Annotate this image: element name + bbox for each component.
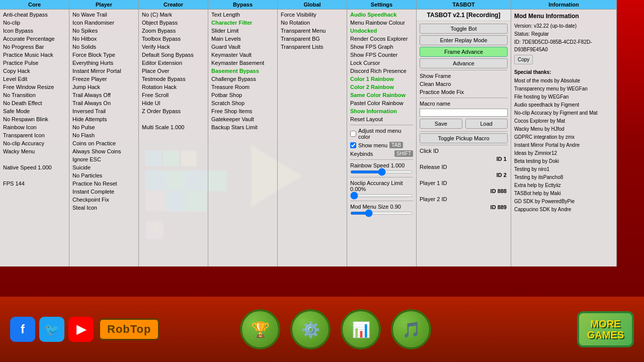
core-item-noclip[interactable]: No-clip — [0, 19, 69, 27]
twitter-button[interactable]: 🐦 — [39, 317, 64, 342]
core-item-copyhack[interactable]: Copy Hack — [0, 67, 69, 75]
settings-rainbowspeed-slider[interactable] — [350, 170, 413, 173]
creator-multiscale[interactable]: Multi Scale 1.000 — [139, 123, 208, 131]
tasbot-save[interactable]: Save — [420, 119, 462, 129]
creator-placeover[interactable]: Place Over — [139, 67, 208, 75]
global-transparentbg[interactable]: Transparent BG — [278, 35, 347, 43]
bypass-keymasterbasement[interactable]: Keymaster Basement — [208, 59, 277, 67]
player-trailoff[interactable]: Trail Always Off — [69, 91, 138, 99]
player-everythinghurts[interactable]: Everything Hurts — [69, 59, 138, 67]
tasbot-togglebot[interactable]: Toggle Bot — [420, 24, 508, 34]
core-item-practicepulse[interactable]: Practice Pulse — [0, 59, 69, 67]
player-nospikes[interactable]: No Spikes — [69, 27, 138, 35]
settings-undocked[interactable]: Undocked — [347, 27, 416, 35]
settings-rendercocos[interactable]: Render Cocos Explorer — [347, 35, 416, 43]
global-transparentlists[interactable]: Transparent Lists — [278, 43, 347, 51]
player-alwayscoins[interactable]: Always Show Coins — [69, 147, 138, 155]
player-coinspractice[interactable]: Coins on Practice — [69, 139, 138, 147]
core-item-safemode[interactable]: Safe Mode — [0, 107, 69, 115]
core-item-norespawn[interactable]: No Respawn Blink — [0, 115, 69, 123]
settings-showinfo[interactable]: Show Information — [347, 107, 416, 115]
bypass-backupstars[interactable]: Backup Stars Limit — [208, 123, 277, 131]
core-item-practicemusic[interactable]: Practice Music Hack — [0, 51, 69, 59]
core-item-wackymenu[interactable]: Wacky Menu — [0, 147, 69, 155]
facebook-button[interactable]: f — [10, 317, 35, 342]
creator-zorderbypass[interactable]: Z Order Bypass — [139, 107, 208, 115]
creator-freescroll[interactable]: Free Scroll — [139, 91, 208, 99]
settings-pastelcolor[interactable]: Pastel Color Rainbow — [347, 99, 416, 107]
core-item-nodeath[interactable]: No Death Effect — [0, 99, 69, 107]
settings-showmenu-cb[interactable] — [350, 142, 356, 148]
tasbot-practicemodefix[interactable]: Practice Mode Fix — [417, 88, 511, 96]
creator-hideui[interactable]: Hide UI — [139, 99, 208, 107]
tasbot-advance[interactable]: Advance — [420, 58, 508, 68]
settings-resetlayout[interactable]: Reset Layout — [347, 115, 416, 123]
settings-noclipaccuracy-slider[interactable] — [350, 194, 413, 197]
player-jumphack[interactable]: Jump Hack — [69, 83, 138, 91]
creator-rotationhack[interactable]: Rotation Hack — [139, 83, 208, 91]
player-checkpointfix[interactable]: Checkpoint Fix — [69, 196, 138, 204]
bypass-charfilter[interactable]: Character Filter — [208, 19, 277, 27]
bypass-gatekeeperv[interactable]: Gatekeeper Vault — [208, 115, 277, 123]
player-inversetrail[interactable]: Inversed Trail — [69, 107, 138, 115]
tasbot-load[interactable]: Load — [465, 119, 508, 129]
bypass-potbarshop[interactable]: Potbar Shop — [208, 91, 277, 99]
player-practicereset[interactable]: Practice No Reset — [69, 179, 138, 188]
bypass-basementbypass[interactable]: Basement Bypass — [208, 67, 277, 75]
player-nosolids[interactable]: No Solids — [69, 43, 138, 51]
player-trailon[interactable]: Trail Always On — [69, 99, 138, 107]
player-nopulse[interactable]: No Pulse — [69, 123, 138, 131]
bypass-guardvault[interactable]: Guard Vault — [208, 43, 277, 51]
nav-trophy-button[interactable]: 🏆 — [240, 309, 280, 349]
settings-color2rainbow[interactable]: Color 2 Rainbow — [347, 83, 416, 91]
settings-samecolor[interactable]: Same Color Rainbow — [347, 91, 416, 99]
settings-menurainbow[interactable]: Menu Rainbow Colour — [347, 19, 416, 27]
info-copy-button[interactable]: Copy — [514, 55, 533, 64]
bypass-freeshop[interactable]: Free Shop Items — [208, 107, 277, 115]
settings-color1rainbow[interactable]: Color 1 Rainbow — [347, 75, 416, 83]
player-nohitbox[interactable]: No Hitbox — [69, 35, 138, 43]
nav-music-button[interactable]: 🎵 — [391, 309, 431, 349]
player-noflash[interactable]: No Flash — [69, 131, 138, 139]
player-instantcomplete[interactable]: Instant Complete — [69, 188, 138, 196]
core-item-freewindow[interactable]: Free Window Resize — [0, 83, 69, 91]
settings-discordrich[interactable]: Discord Rich Presence — [347, 67, 416, 75]
bypass-keymaster[interactable]: Keymaster Vault — [208, 51, 277, 59]
settings-audiospeedhack[interactable]: Audio Speedhack — [347, 11, 416, 19]
creator-testmode[interactable]: Testmode Bypass — [139, 75, 208, 83]
player-suicide[interactable]: Suicide — [69, 163, 138, 171]
tasbot-showframe[interactable]: Show Frame — [417, 72, 511, 80]
core-item-leveledit[interactable]: Level Edit — [0, 75, 69, 83]
tasbot-frameadvance[interactable]: Frame Advance — [420, 47, 508, 57]
core-item-nativespeed[interactable]: Native Speed 1.000 — [0, 163, 69, 171]
core-item-accurate[interactable]: Accurate Percentage — [0, 35, 69, 43]
creator-defaultsong[interactable]: Default Song Bypass — [139, 51, 208, 59]
global-forcevis[interactable]: Force Visibility — [278, 11, 347, 19]
bypass-mainlevels[interactable]: Main Levels — [208, 35, 277, 43]
creator-zoombypass[interactable]: Zoom Bypass — [139, 27, 208, 35]
bypass-sliderlimit[interactable]: Slider Limit — [208, 27, 277, 35]
core-item-rainbowicon[interactable]: Rainbow Icon — [0, 123, 69, 131]
tasbot-togglepickup[interactable]: Toggle Pickup Macro — [420, 133, 508, 143]
player-nowavetrail[interactable]: No Wave Trail — [69, 11, 138, 19]
creator-nocmark[interactable]: No (C) Mark — [139, 11, 208, 19]
settings-menusize-slider[interactable] — [350, 212, 413, 215]
tasbot-enterreplay[interactable]: Enter Replay Mode — [420, 35, 508, 45]
bypass-treasureroom[interactable]: Treasure Room — [208, 83, 277, 91]
settings-adjustcolor-cb[interactable] — [350, 131, 356, 137]
more-games-button[interactable]: MOREGAMES — [577, 311, 634, 347]
global-transparentmenu[interactable]: Transparent Menu — [278, 27, 347, 35]
core-item-noclipaccuracy[interactable]: No-clip Accuracy — [0, 139, 69, 147]
core-item-notransition[interactable]: No Transition — [0, 91, 69, 99]
creator-objectbypass[interactable]: Object Bypass — [139, 19, 208, 27]
creator-editorext[interactable]: Editor Extension — [139, 59, 208, 67]
player-instantmirror[interactable]: Instant Mirror Portal — [69, 67, 138, 75]
bypass-challengebypass[interactable]: Challenge Bypass — [208, 75, 277, 83]
player-ignoreesc[interactable]: Ignore ESC — [69, 155, 138, 163]
bypass-textlength[interactable]: Text Length — [208, 11, 277, 19]
settings-showfpscounter[interactable]: Show FPS Counter — [347, 51, 416, 59]
tasbot-cleanmacro[interactable]: Clean Macro — [417, 80, 511, 88]
core-item-fps[interactable]: FPS 144 — [0, 179, 69, 188]
player-iconrandomiser[interactable]: Icon Randomiser — [69, 19, 138, 27]
player-forceblock[interactable]: Force Block Type — [69, 51, 138, 59]
